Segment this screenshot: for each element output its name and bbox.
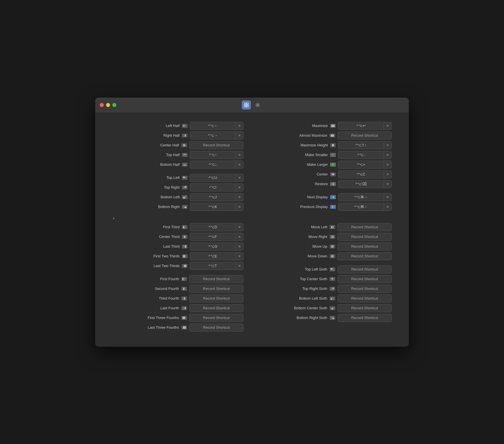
shortcut-field-bottom-half[interactable]: ^⌥↓ <box>190 161 235 169</box>
shortcut-field-make-smaller[interactable]: ^⌥- <box>338 151 384 159</box>
clear-bottom-right[interactable]: ✕ <box>235 203 243 211</box>
collapse-triangle[interactable]: ▼ <box>112 217 115 220</box>
clear-previous-display[interactable]: ✕ <box>384 203 392 211</box>
svg-rect-88 <box>332 297 333 298</box>
shortcut-top-left-sixth[interactable]: Record Shortcut <box>338 265 392 273</box>
shortcut-move-left[interactable]: Record Shortcut <box>338 223 392 231</box>
clear-bottom-left[interactable]: ✕ <box>235 193 243 201</box>
shortcut-move-right[interactable]: Record Shortcut <box>338 233 392 241</box>
shortcut-second-fourth[interactable]: Record Shortcut <box>189 285 243 293</box>
shortcut-move-up[interactable]: Record Shortcut <box>338 243 392 251</box>
label-last-fourth: Last Fourth <box>160 306 179 310</box>
svg-rect-43 <box>183 255 185 257</box>
row-center-half: Center Half Record Shortcut <box>112 140 243 150</box>
svg-rect-62 <box>185 307 186 309</box>
shortcut-center-third: ^⌥F ✕ <box>190 233 243 241</box>
svg-rect-78 <box>331 279 332 280</box>
svg-rect-58 <box>185 297 186 299</box>
row-left-half: Left Half ^⌥← ✕ <box>112 121 243 131</box>
clear-next-display[interactable]: ✕ <box>384 193 392 201</box>
shortcut-field-bottom-left[interactable]: ^⌥J <box>190 193 235 201</box>
shortcut-field-right-half[interactable]: ^⌥→ <box>190 132 235 140</box>
shortcut-field-center[interactable]: ^⌥C <box>338 170 384 178</box>
shortcut-field-make-larger[interactable]: ^⌥= <box>338 161 384 169</box>
clear-right-half[interactable]: ✕ <box>235 132 243 140</box>
label-bottom-half: Bottom Half <box>160 162 180 167</box>
shortcut-field-top-right[interactable]: ^⌥I <box>190 183 235 191</box>
clear-first-third[interactable]: ✕ <box>235 223 243 231</box>
svg-rect-15 <box>185 177 186 177</box>
shortcut-bottom-left-sixth[interactable]: Record Shortcut <box>338 294 392 302</box>
clear-top-right[interactable]: ✕ <box>235 183 243 191</box>
clear-center-third[interactable]: ✕ <box>235 233 243 241</box>
close-button[interactable] <box>100 103 104 107</box>
svg-rect-52 <box>184 288 184 290</box>
clear-last-two-thirds[interactable]: ✕ <box>235 262 243 270</box>
shortcut-field-maximize[interactable]: ^⌥↩ <box>338 122 384 130</box>
shortcut-almost-maximize[interactable]: Record Shortcut <box>338 132 392 140</box>
fullscreen-button[interactable] <box>112 103 116 107</box>
shortcut-field-first-third[interactable]: ^⌥D <box>190 223 235 231</box>
svg-rect-96 <box>331 308 332 309</box>
shortcut-field-next-display[interactable]: ^⌥⌘→ <box>338 193 384 201</box>
icon-center-third <box>182 235 188 239</box>
clear-center[interactable]: ✕ <box>384 170 392 178</box>
shortcuts-tab[interactable] <box>242 100 251 110</box>
svg-rect-90 <box>331 298 332 299</box>
shortcut-top-center-sixth[interactable]: Record Shortcut <box>338 275 392 283</box>
icon-last-third <box>182 245 188 249</box>
shortcut-make-smaller: ^⌥- ✕ <box>338 151 392 159</box>
clear-left-half[interactable]: ✕ <box>235 122 243 130</box>
shortcut-first-fourth[interactable]: Record Shortcut <box>189 275 243 283</box>
clear-maximize-height[interactable]: ✕ <box>384 141 392 149</box>
shortcut-center-half[interactable]: Record Shortcut <box>189 141 243 149</box>
shortcut-field-last-two-thirds[interactable]: ^⌥T <box>190 262 235 270</box>
shortcut-field-left-half[interactable]: ^⌥← <box>190 122 235 130</box>
shortcut-bottom-center-sixth[interactable]: Record Shortcut <box>338 304 392 312</box>
clear-make-larger[interactable]: ✕ <box>384 161 392 169</box>
row-first-third: First Third ^⌥D ✕ <box>112 222 243 232</box>
shortcut-move-down[interactable]: Record Shortcut <box>338 252 392 260</box>
clear-top-half[interactable]: ✕ <box>235 151 243 159</box>
shortcut-bottom-half: ^⌥↓ ✕ <box>190 161 243 169</box>
shortcut-field-restore[interactable]: ^⌥⌫ <box>338 180 384 188</box>
shortcut-top-right-sixth[interactable]: Record Shortcut <box>338 285 392 293</box>
shortcut-last-fourth[interactable]: Record Shortcut <box>189 304 243 312</box>
clear-top-left[interactable]: ✕ <box>235 174 243 182</box>
shortcut-top-left: ^⌥U ✕ <box>190 174 243 182</box>
icon-last-two-thirds <box>182 264 188 268</box>
svg-rect-80 <box>333 279 334 280</box>
svg-rect-28 <box>183 207 185 208</box>
shortcut-field-bottom-right[interactable]: ^⌥K <box>190 203 235 211</box>
shortcut-bottom-right-sixth[interactable]: Record Shortcut <box>338 314 392 322</box>
clear-last-third[interactable]: ✕ <box>235 243 243 251</box>
shortcut-field-first-two-thirds[interactable]: ^⌥E <box>190 252 235 260</box>
shortcut-third-fourth[interactable]: Record Shortcut <box>189 294 243 302</box>
shortcut-last-three-fourths[interactable]: Record Shortcut <box>189 324 243 332</box>
clear-make-smaller[interactable]: ✕ <box>384 151 392 159</box>
icon-almost-maximize <box>330 134 335 138</box>
icon-center <box>330 172 336 176</box>
minimize-button[interactable] <box>106 103 110 107</box>
clear-maximize[interactable]: ✕ <box>384 122 392 130</box>
icon-left-half <box>182 124 188 128</box>
shortcut-field-last-third[interactable]: ^⌥G <box>190 243 235 251</box>
clear-bottom-half[interactable]: ✕ <box>235 161 243 169</box>
svg-rect-46 <box>184 265 186 267</box>
settings-tab[interactable] <box>253 100 262 110</box>
shortcut-field-previous-display[interactable]: ^⌥⌘← <box>338 203 384 211</box>
shortcut-field-top-half[interactable]: ^⌥↑ <box>190 151 235 159</box>
shortcut-field-center-third[interactable]: ^⌥F <box>190 233 235 241</box>
bottom-section: First Third ^⌥D ✕ Center Third ^ <box>112 222 392 332</box>
clear-restore[interactable]: ✕ <box>384 180 392 188</box>
icon-first-three-fourths <box>181 316 187 320</box>
label-almost-maximize: Almost Maximize <box>299 133 327 138</box>
shortcut-field-top-left[interactable]: ^⌥U <box>190 174 235 182</box>
row-last-three-fourths: Last Three Fourths Record Shortcut <box>112 323 243 332</box>
row-first-three-fourths: First Three Fourths Record Shortcut <box>112 313 243 323</box>
shortcut-field-maximize-height[interactable]: ^⌥⇧↑ <box>338 141 384 149</box>
svg-rect-33 <box>332 173 334 175</box>
shortcut-first-three-fourths[interactable]: Record Shortcut <box>189 314 243 322</box>
label-move-up: Move Up <box>312 244 327 249</box>
clear-first-two-thirds[interactable]: ✕ <box>235 252 243 260</box>
